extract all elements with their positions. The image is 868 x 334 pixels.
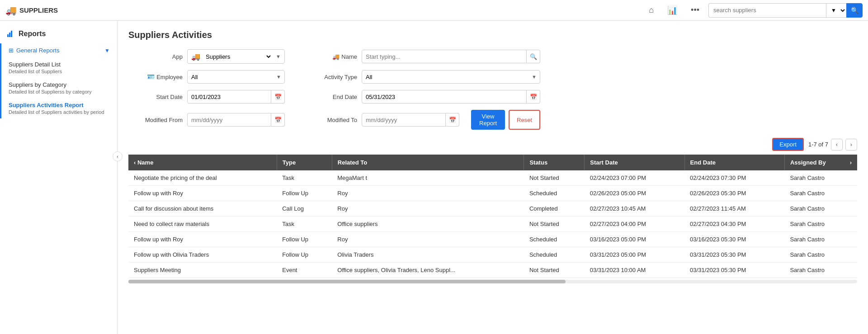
pagination-prev-button[interactable]: ‹ bbox=[831, 139, 843, 151]
sidebar-item-suppliers-activities[interactable]: Suppliers Activities Report Detailed lis… bbox=[1, 98, 117, 118]
home-icon: ⌂ bbox=[649, 5, 654, 14]
chevron-down-icon: ▼ bbox=[104, 47, 110, 54]
cell-related_to: Office suppliers, Olivia Traders, Leno S… bbox=[332, 263, 524, 278]
cell-end_date: 03/31/2023 05:30 PM bbox=[684, 247, 784, 263]
search-dropdown[interactable]: ▼ bbox=[826, 3, 846, 18]
modified-from-input[interactable] bbox=[187, 113, 271, 127]
modified-to-label: Modified To bbox=[303, 117, 357, 123]
table-row: Follow up with RoyFollow UpRoyScheduled0… bbox=[128, 186, 857, 201]
table-row: Negotiate the pricing of the dealTaskMeg… bbox=[128, 170, 857, 186]
truck-icon-small: 🚚 bbox=[188, 52, 204, 61]
cell-type: Follow Up bbox=[277, 186, 332, 201]
cell-type: Follow Up bbox=[277, 232, 332, 247]
cell-status: Completed bbox=[524, 201, 585, 216]
sidebar-item-sub: Detailed list of Suppliers bbox=[9, 69, 110, 74]
cell-assigned_by: Sarah Castro bbox=[784, 186, 857, 201]
calendar-icon: 📅 bbox=[530, 94, 537, 100]
cell-related_to: Roy bbox=[332, 201, 524, 216]
view-report-button[interactable]: View Report bbox=[471, 110, 505, 130]
sidebar-item-sub: Detailed list of Supplierss by category bbox=[9, 89, 110, 94]
activity-type-select-wrap: All ▼ bbox=[362, 70, 540, 84]
name-input-wrap: 🔍 bbox=[362, 50, 540, 63]
sidebar-item-title: Suppliers Activities Report bbox=[9, 102, 110, 108]
sidebar-collapse-button[interactable]: ‹ bbox=[113, 151, 123, 161]
cell-start_date: 02/26/2023 05:00 PM bbox=[585, 186, 684, 201]
search-button[interactable]: 🔍 bbox=[846, 3, 863, 18]
app-select[interactable]: Suppliers bbox=[204, 50, 272, 63]
general-reports-section: ⊞ General Reports ▼ Suppliers Detail Lis… bbox=[0, 43, 117, 118]
cell-assigned_by: Sarah Castro bbox=[784, 232, 857, 247]
cell-start_date: 02/24/2023 07:00 PM bbox=[585, 170, 684, 186]
cell-related_to: Roy bbox=[332, 186, 524, 201]
more-button[interactable]: ••• bbox=[686, 3, 704, 18]
end-date-calendar-button[interactable]: 📅 bbox=[527, 90, 540, 103]
home-button[interactable]: ⌂ bbox=[644, 3, 658, 18]
column-header-type[interactable]: Type bbox=[277, 155, 332, 170]
employee-label: Employee bbox=[156, 74, 183, 80]
sidebar: Reports ⊞ General Reports ▼ Suppliers De… bbox=[0, 21, 118, 334]
cell-start_date: 02/27/2023 10:45 AM bbox=[585, 201, 684, 216]
column-header-status[interactable]: Status bbox=[524, 155, 585, 170]
name-label: Name bbox=[341, 53, 357, 60]
cell-related_to: Office suppliers bbox=[332, 216, 524, 232]
sidebar-item-suppliers-detail[interactable]: Suppliers Detail List Detailed list of S… bbox=[1, 57, 117, 78]
column-header-name[interactable]: ‹ Name bbox=[128, 155, 277, 170]
general-reports-header[interactable]: ⊞ General Reports ▼ bbox=[1, 43, 117, 57]
cell-assigned_by: Sarah Castro bbox=[784, 263, 857, 278]
cell-name: Call for discussion about items bbox=[128, 201, 277, 216]
modified-from-calendar-button[interactable]: 📅 bbox=[271, 113, 285, 127]
column-header-end-date[interactable]: End Date bbox=[684, 155, 784, 170]
cell-name: Follow up with Roy bbox=[128, 186, 277, 201]
reset-button[interactable]: Reset bbox=[509, 110, 540, 130]
column-header-assigned-by[interactable]: Assigned By › bbox=[784, 155, 857, 170]
cell-related_to: Olivia Traders bbox=[332, 247, 524, 263]
cell-related_to: MegaMart t bbox=[332, 170, 524, 186]
pagination-next-button[interactable]: › bbox=[845, 139, 857, 151]
search-wrap: ▼ 🔍 bbox=[708, 3, 863, 18]
cell-type: Call Log bbox=[277, 201, 332, 216]
search-input[interactable] bbox=[708, 3, 826, 18]
charts-button[interactable]: 📊 bbox=[663, 3, 682, 18]
table-row: Suppliers MeetingEventOffice suppliers, … bbox=[128, 263, 857, 278]
activity-type-label: Activity Type bbox=[303, 74, 357, 80]
table-toolbar: Export 1-7 of 7 ‹ › bbox=[128, 138, 857, 151]
calendar-icon: 📅 bbox=[274, 94, 282, 100]
column-header-start-date[interactable]: Start Date bbox=[585, 155, 684, 170]
column-header-related-to[interactable]: Related To bbox=[332, 155, 524, 170]
end-date-input[interactable] bbox=[362, 90, 527, 103]
cell-status: Not Started bbox=[524, 216, 585, 232]
app-field-row: App 🚚 Suppliers ▼ bbox=[128, 49, 285, 64]
export-button[interactable]: Export bbox=[772, 138, 804, 151]
start-date-calendar-button[interactable]: 📅 bbox=[271, 90, 285, 103]
sidebar-item-sub: Detailed list of Suppliers activities by… bbox=[9, 109, 110, 115]
cell-type: Event bbox=[277, 263, 332, 278]
modified-to-calendar-button[interactable]: 📅 bbox=[446, 113, 459, 127]
name-search-button[interactable]: 🔍 bbox=[527, 50, 540, 63]
cell-assigned_by: Sarah Castro bbox=[784, 216, 857, 232]
main-layout: Reports ⊞ General Reports ▼ Suppliers De… bbox=[0, 21, 868, 334]
top-navigation: 🚚 SUPPLIERS ⌂ 📊 ••• ▼ 🔍 bbox=[0, 0, 868, 21]
modified-from-label: Modified From bbox=[128, 117, 183, 123]
name-input[interactable] bbox=[362, 50, 527, 63]
activity-type-select[interactable]: All bbox=[362, 70, 540, 84]
sidebar-item-title: Suppliers Detail List bbox=[9, 61, 110, 68]
modified-to-input[interactable] bbox=[362, 113, 446, 127]
start-date-input[interactable] bbox=[187, 90, 271, 103]
pagination: 1-7 of 7 ‹ › bbox=[808, 139, 857, 151]
main-content: Suppliers Activities App 🚚 Suppliers ▼ 🚚… bbox=[118, 21, 868, 334]
table-row: Follow up with RoyFollow UpRoyScheduled0… bbox=[128, 232, 857, 247]
cell-assigned_by: Sarah Castro bbox=[784, 170, 857, 186]
start-date-field-row: Start Date 📅 bbox=[128, 90, 285, 103]
employee-select[interactable]: All bbox=[187, 70, 285, 84]
sidebar-item-suppliers-category[interactable]: Suppliers by Category Detailed list of S… bbox=[1, 78, 117, 98]
cell-name: Follow up with Olivia Traders bbox=[128, 247, 277, 263]
search-icon: 🔍 bbox=[851, 7, 859, 14]
sidebar-item-title: Suppliers by Category bbox=[9, 81, 110, 88]
truck-icon-name: 🚚 bbox=[332, 53, 340, 60]
cell-end_date: 02/27/2023 04:30 PM bbox=[684, 216, 784, 232]
filter-form: App 🚚 Suppliers ▼ 🚚 Name 🔍 bbox=[128, 49, 535, 130]
end-date-label: End Date bbox=[303, 94, 357, 100]
horizontal-scrollbar[interactable] bbox=[128, 280, 857, 283]
section-label: General Reports bbox=[16, 47, 59, 54]
bar-chart-icon: 📊 bbox=[667, 6, 677, 15]
